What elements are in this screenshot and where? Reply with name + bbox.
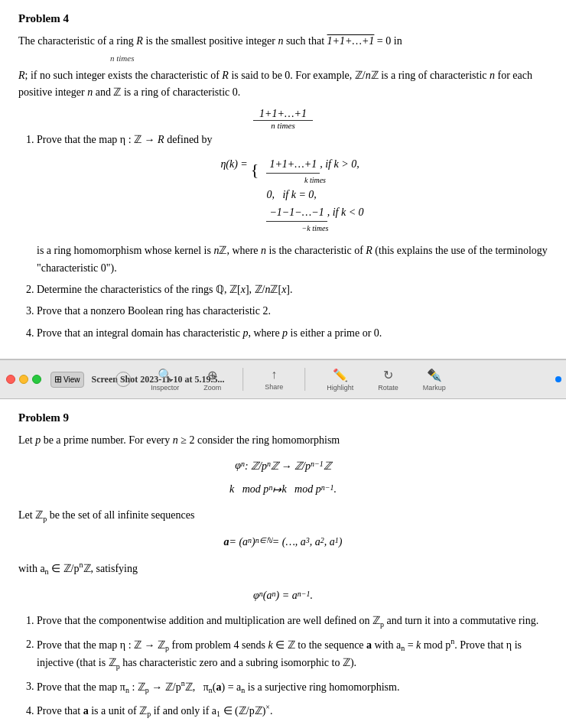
share-button[interactable]: ↑ Share: [260, 365, 288, 394]
close-button[interactable]: [6, 375, 15, 384]
traffic-lights: [6, 375, 41, 384]
zoom-button[interactable]: ⊕ Zoom: [199, 365, 226, 395]
view-toggle[interactable]: ⊞ View: [50, 372, 84, 388]
problem4-intro: The characteristic of a ring R is the sm…: [18, 33, 548, 102]
view-icon: ⊞: [54, 374, 62, 385]
Zp-def: Let ℤp be the set of all infinite sequen…: [18, 507, 548, 525]
inspector-button[interactable]: 🔍 Inspector: [146, 365, 184, 395]
rotate-button[interactable]: ↻ Rotate: [373, 365, 403, 395]
problem4-heading: Problem 4: [18, 12, 548, 25]
problem9-item-1: Prove that the componentwise addition an…: [37, 613, 548, 631]
markup-icon: ✒️: [427, 368, 442, 382]
markup-button[interactable]: ✒️ Markup: [418, 365, 451, 395]
with-an: with an ∈ ℤ/pnℤ, satisfying: [18, 559, 548, 578]
overbrace-formula: 1+1+…+1 n times: [18, 108, 548, 130]
problem9-heading: Problem 9: [18, 411, 548, 424]
problem4-item-3: Prove that a nonzero Boolean ring has ch…: [37, 303, 548, 320]
inspector-label: Inspector: [151, 384, 179, 392]
problem9-item-4: Prove that a is a unit of ℤp if and only…: [37, 701, 548, 720]
view-label: View: [63, 375, 80, 384]
toolbar: ⊞ View Screen Shot 2023-11-10 at 5.19.5.…: [0, 359, 566, 399]
highlight-icon: ✏️: [333, 368, 348, 382]
problem9-item-3: Prove that the map πn : ℤp → ℤ/pnℤ, πn(a…: [37, 678, 548, 697]
maximize-button[interactable]: [32, 375, 41, 384]
zoom-label: Zoom: [203, 384, 221, 392]
toolbar-separator: [242, 368, 243, 391]
toolbar-separator-2: [304, 368, 305, 391]
problem9-list: Prove that the componentwise addition an…: [18, 613, 548, 728]
share-label: Share: [265, 383, 283, 391]
toolbar-center: i 🔍 Inspector ⊕ Zoom ↑ Share ✏️ Highligh…: [115, 365, 451, 395]
rotate-label: Rotate: [378, 384, 398, 392]
info-button[interactable]: i: [115, 372, 131, 387]
inspector-icon: 🔍: [158, 368, 173, 382]
problem9-item-2: Prove that the map η : ℤ → ℤp from probl…: [37, 635, 548, 673]
rotate-icon: ↻: [383, 368, 393, 382]
zoom-icon: ⊕: [207, 368, 217, 382]
highlight-button[interactable]: ✏️ Highlight: [322, 365, 358, 395]
problem9-intro: Let p be a prime number. For every n ≥ 2…: [18, 432, 548, 449]
share-icon: ↑: [271, 368, 277, 382]
problem4-item-1: Prove that the map η : ℤ → R defined by …: [37, 132, 548, 277]
piecewise-formula: η(k) = { 1+1+…+1, if k > 0, k times 0, i…: [37, 156, 548, 235]
markup-label: Markup: [423, 384, 446, 392]
problem4-item-4: Prove that an integral domain has charac…: [37, 325, 548, 342]
highlight-label: Highlight: [327, 384, 353, 392]
phi-condition: φn(an) = an−1.: [18, 590, 548, 602]
phi-n-formula: φn : ℤ/pnℤ → ℤ/pn−1ℤ: [18, 460, 548, 473]
bottom-content-area: Problem 9 Let p be a prime number. For e…: [0, 399, 566, 728]
problem4-list: Prove that the map η : ℤ → R defined by …: [18, 132, 548, 343]
problem4-item-2: Determine the characteristics of the rin…: [37, 281, 548, 298]
minimize-button[interactable]: [19, 375, 28, 384]
blue-notification-dot: [555, 376, 561, 382]
top-content-area: Problem 4 The characteristic of a ring R…: [0, 0, 566, 359]
mod-map-formula: k mod pn ↦ k mod pn−1.: [18, 483, 548, 496]
sequence-formula: a = (an)n∈ℕ = (…, a3, a2, a1): [18, 536, 548, 548]
